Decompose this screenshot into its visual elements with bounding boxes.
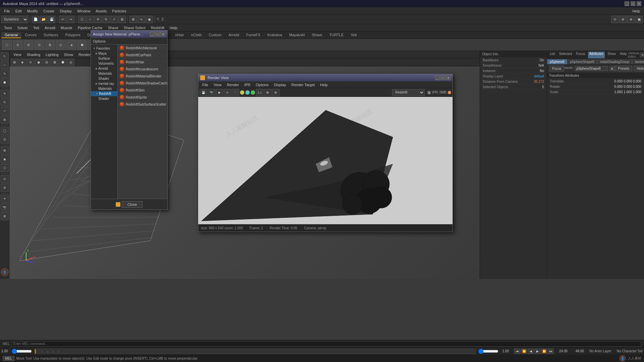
render-btn-color3[interactable]	[251, 90, 255, 95]
viewport-menu-view[interactable]: View	[11, 52, 24, 57]
menu-file[interactable]: File	[1, 8, 13, 14]
shelf-icon-4[interactable]: ⊟	[34, 40, 44, 50]
ae-tab-list[interactable]: List	[548, 52, 556, 58]
shelf-tab-fumefx[interactable]: FumeFX	[243, 32, 264, 38]
tool-manip-left[interactable]: ⊞	[1, 116, 9, 124]
tool-new[interactable]: 📄	[32, 16, 39, 23]
vp-tool-8[interactable]: ◎	[67, 59, 74, 66]
tool-history-left[interactable]: ⊡	[1, 135, 9, 143]
minimize-btn[interactable]: _	[625, 1, 629, 6]
menu-arnold[interactable]: Arnold	[42, 25, 58, 31]
vp-tool-6[interactable]: ⊠	[51, 59, 58, 66]
hide-button[interactable]: Hide	[634, 66, 644, 71]
attr-connect-btn[interactable]: ⊞	[609, 66, 615, 71]
tree-item-materials[interactable]: Materials	[91, 71, 117, 76]
shelf-tab-shave[interactable]: Shave	[309, 32, 326, 38]
tool-cv-left[interactable]: ◉	[1, 155, 9, 163]
render-btn-tool2[interactable]: ⊞	[272, 89, 279, 96]
timeline-range-end[interactable]	[478, 349, 498, 353]
render-menu-render[interactable]: Render	[224, 82, 241, 87]
menu-shave[interactable]: Shave	[105, 25, 121, 31]
menu-help[interactable]: Help	[630, 8, 643, 14]
shelf-tab-mayatoai[interactable]: MayatoAI	[286, 32, 308, 38]
menu-pipeline[interactable]: Pipeline Cache	[75, 25, 105, 31]
menu-edit[interactable]: Edit	[13, 8, 24, 14]
maximize-btn[interactable]: □	[631, 1, 635, 6]
ae-tab-focus[interactable]: Focus	[575, 52, 586, 58]
menu-modify[interactable]: Modify	[24, 8, 41, 14]
close-btn[interactable]: ✕	[637, 1, 641, 6]
shelf-icon-3[interactable]: ⊞	[23, 40, 34, 50]
tool-ep-left[interactable]: ⬡	[1, 164, 9, 172]
tool-select-left[interactable]: ↖	[1, 52, 9, 60]
tool-open[interactable]: 📂	[40, 16, 47, 23]
menu-particles[interactable]: Particles	[109, 8, 129, 14]
timeline-track[interactable]: 1 2 3 4 5	[35, 349, 475, 354]
tree-item-arnold[interactable]: ▶ Arnold	[91, 66, 117, 71]
menu-redshift[interactable]: Redshift	[148, 25, 167, 31]
play-back-step-btn[interactable]: ◀	[528, 349, 534, 354]
render-btn-save[interactable]: 💾	[200, 89, 207, 96]
menu-muscle[interactable]: Muscle	[58, 25, 75, 31]
dialog-maximize-btn[interactable]: □	[155, 32, 160, 37]
render-menu-help[interactable]: Help	[317, 82, 330, 87]
attr-tab-psphere8[interactable]: pSphere8	[547, 59, 567, 64]
render-btn-color1[interactable]	[240, 90, 245, 95]
tree-item-mentalray[interactable]: ▶ mental ray	[91, 81, 117, 86]
vp-tool-2[interactable]: ◈	[19, 59, 26, 66]
tool-sculpt-left[interactable]: ⬟	[1, 78, 9, 86]
tool-ipr-left[interactable]: ⊚	[1, 184, 9, 192]
timeline-range-start[interactable]	[12, 349, 32, 353]
close-button[interactable]: Close	[122, 201, 143, 208]
material-item-3[interactable]: RedshiftIncandescent	[118, 66, 167, 73]
vp-tool-3[interactable]: ⊙	[27, 59, 34, 66]
play-forward-step-btn[interactable]: ⏩	[541, 349, 547, 354]
tool-lasso[interactable]: ○	[86, 16, 94, 23]
tool-render4[interactable]: ▣	[635, 16, 643, 23]
status-mode[interactable]: MEL	[3, 356, 14, 361]
shelf-tab-general[interactable]: General	[1, 32, 21, 38]
material-item-0[interactable]: RedshiftArchitectural	[118, 45, 167, 52]
tool-snap-grid[interactable]: ⊞	[129, 16, 137, 23]
ae-tab-help[interactable]: Help	[619, 52, 628, 58]
menu-solver[interactable]: Solver	[15, 25, 31, 31]
attr-tab-shadinggroup[interactable]: initialShadingGroup	[597, 59, 632, 64]
ae-tab-selected[interactable]: Selected	[558, 52, 574, 58]
menu-display[interactable]: Display	[57, 8, 74, 14]
shelf-tab-ncloth[interactable]: nCloth	[188, 32, 205, 38]
render-btn-zoom1to1[interactable]: 1:1	[256, 89, 263, 96]
tool-grid-left[interactable]: ⊞	[1, 212, 9, 220]
shelf-tab-arnold[interactable]: Arnold	[225, 32, 243, 38]
render-minimize-btn[interactable]: _	[435, 75, 440, 80]
tool-save[interactable]: 💾	[48, 16, 55, 23]
menu-assets[interactable]: Assets	[93, 8, 109, 14]
vp-tool-1[interactable]: ⊞	[11, 59, 18, 66]
mesh-input[interactable]	[575, 66, 608, 71]
tool-rotate-left[interactable]: ↻	[1, 98, 9, 106]
menu-help2[interactable]: Help	[167, 25, 180, 31]
play-end-btn[interactable]: ⏭	[548, 349, 554, 354]
play-back-btn[interactable]: ⏪	[521, 349, 527, 354]
tree-item-surface[interactable]: Surface	[91, 56, 117, 61]
shelf-icon-8[interactable]: ⬟	[77, 40, 87, 50]
tool-redo[interactable]: ↪	[67, 16, 74, 23]
shelf-icon-2[interactable]: ⊕	[13, 40, 23, 50]
render-btn-color2[interactable]	[245, 90, 250, 95]
vp-tool-5[interactable]: ⊟	[43, 59, 50, 66]
render-menu-view[interactable]: View	[211, 82, 224, 87]
tree-item-redshift[interactable]: ▼ Redshift	[91, 91, 117, 96]
render-btn-snap[interactable]: 📷	[208, 89, 215, 96]
viewport-menu-lighting[interactable]: Lighting	[43, 52, 61, 57]
render-menu-file[interactable]: File	[200, 82, 211, 87]
tool-soft-left[interactable]: ◯	[1, 127, 9, 135]
render-title-bar[interactable]: Render View _ □ ✕	[198, 74, 452, 81]
vp-tool-4[interactable]: ◉	[35, 59, 42, 66]
material-item-4[interactable]: RedshiftMaterialBlender	[118, 73, 167, 80]
ipr-pause-btn[interactable]: ⏸	[427, 91, 431, 94]
tool-snap-point[interactable]: ◉	[146, 16, 153, 23]
tree-item-materials2[interactable]: Materials	[91, 86, 117, 91]
tool-move[interactable]: ✛	[94, 16, 102, 23]
play-forward-btn[interactable]: ▶	[534, 349, 540, 354]
menu-create[interactable]: Create	[41, 8, 57, 14]
shelf-tab-krakatoa[interactable]: Krakatoa	[264, 32, 285, 38]
